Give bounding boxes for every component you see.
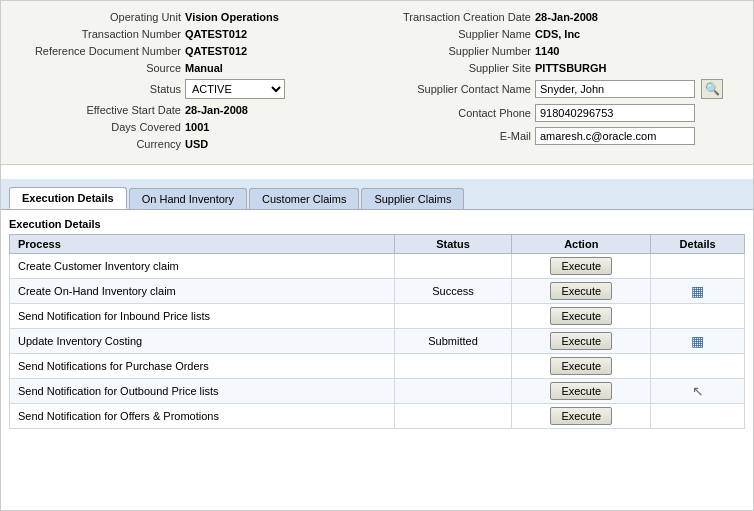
action-cell: Execute (512, 279, 651, 304)
process-cell: Create Customer Inventory claim (10, 254, 395, 279)
table-header-row: Process Status Action Details (10, 235, 745, 254)
action-cell: Execute (512, 379, 651, 404)
table-row: Create Customer Inventory claimExecute (10, 254, 745, 279)
days-covered-row: Days Covered 1001 (21, 121, 341, 133)
status-dropdown-wrap: ACTIVE INACTIVE (185, 79, 285, 99)
effective-start-label: Effective Start Date (21, 104, 181, 116)
supplier-name-row: Supplier Name CDS, Inc (361, 28, 733, 40)
table-row: Send Notifications for Purchase OrdersEx… (10, 354, 745, 379)
source-value: Manual (185, 62, 223, 74)
status-cell (394, 354, 511, 379)
grid-icon[interactable]: ▦ (691, 283, 704, 299)
email-label: E-Mail (361, 130, 531, 142)
action-cell: Execute (512, 329, 651, 354)
tabs-area: Execution Details On Hand Inventory Cust… (1, 179, 753, 210)
status-cell (394, 404, 511, 429)
details-cell: ↖ (651, 379, 745, 404)
reference-doc-value: QATEST012 (185, 45, 247, 57)
status-cell (394, 379, 511, 404)
source-label: Source (21, 62, 181, 74)
execution-details-table: Process Status Action Details Create Cus… (9, 234, 745, 429)
transaction-creation-value: 28-Jan-2008 (535, 11, 598, 23)
execute-button[interactable]: Execute (550, 257, 612, 275)
contact-phone-label: Contact Phone (361, 107, 531, 119)
contact-phone-input[interactable] (535, 104, 695, 122)
supplier-site-row: Supplier Site PITTSBURGH (361, 62, 733, 74)
currency-value: USD (185, 138, 208, 150)
process-cell: Send Notification for Inbound Price list… (10, 304, 395, 329)
currency-label: Currency (21, 138, 181, 150)
operating-unit-value: Vision Operations (185, 11, 279, 23)
details-cell (651, 354, 745, 379)
main-container: Operating Unit Vision Operations Transac… (0, 0, 754, 511)
transaction-number-row: Transaction Number QATEST012 (21, 28, 341, 40)
execute-button[interactable]: Execute (550, 332, 612, 350)
transaction-creation-label: Transaction Creation Date (361, 11, 531, 23)
spacer (1, 165, 753, 179)
status-cell (394, 304, 511, 329)
status-cell: Submitted (394, 329, 511, 354)
reference-doc-row: Reference Document Number QATEST012 (21, 45, 341, 57)
details-cell (651, 304, 745, 329)
supplier-name-value: CDS, Inc (535, 28, 580, 40)
tab-customer-claims[interactable]: Customer Claims (249, 188, 359, 209)
header-area: Operating Unit Vision Operations Transac… (1, 1, 753, 165)
tab-supplier-claims[interactable]: Supplier Claims (361, 188, 464, 209)
email-input[interactable] (535, 127, 695, 145)
execute-button[interactable]: Execute (550, 407, 612, 425)
process-cell: Update Inventory Costing (10, 329, 395, 354)
process-cell: Send Notification for Outbound Price lis… (10, 379, 395, 404)
action-cell: Execute (512, 404, 651, 429)
supplier-contact-row: Supplier Contact Name 🔍 (361, 79, 733, 99)
transaction-number-value: QATEST012 (185, 28, 247, 40)
supplier-site-label: Supplier Site (361, 62, 531, 74)
table-row: Create On-Hand Inventory claimSuccessExe… (10, 279, 745, 304)
tab-execution-details[interactable]: Execution Details (9, 187, 127, 209)
supplier-contact-input[interactable] (535, 80, 695, 98)
source-row: Source Manual (21, 62, 341, 74)
details-cell: ▦ (651, 279, 745, 304)
supplier-site-value: PITTSBURGH (535, 62, 607, 74)
execute-button[interactable]: Execute (550, 382, 612, 400)
process-cell: Send Notifications for Purchase Orders (10, 354, 395, 379)
contact-phone-row: Contact Phone (361, 104, 733, 122)
status-select[interactable]: ACTIVE INACTIVE (185, 79, 285, 99)
action-cell: Execute (512, 254, 651, 279)
details-cell (651, 404, 745, 429)
table-row: Send Notification for Offers & Promotion… (10, 404, 745, 429)
col-header-process: Process (10, 235, 395, 254)
status-label: Status (21, 83, 181, 95)
supplier-number-value: 1140 (535, 45, 559, 57)
content-area: Execution Details Process Status Action … (1, 210, 753, 437)
grid-icon[interactable]: ▦ (691, 333, 704, 349)
effective-start-value: 28-Jan-2008 (185, 104, 248, 116)
email-row: E-Mail (361, 127, 733, 145)
operating-unit-row: Operating Unit Vision Operations (21, 11, 341, 23)
execute-button[interactable]: Execute (550, 282, 612, 300)
effective-start-row: Effective Start Date 28-Jan-2008 (21, 104, 341, 116)
header-right: Transaction Creation Date 28-Jan-2008 Su… (361, 11, 733, 150)
action-cell: Execute (512, 354, 651, 379)
col-header-details: Details (651, 235, 745, 254)
details-cell: ▦ (651, 329, 745, 354)
header-left: Operating Unit Vision Operations Transac… (21, 11, 341, 150)
operating-unit-label: Operating Unit (21, 11, 181, 23)
tab-on-hand-inventory[interactable]: On Hand Inventory (129, 188, 247, 209)
transaction-creation-row: Transaction Creation Date 28-Jan-2008 (361, 11, 733, 23)
supplier-number-label: Supplier Number (361, 45, 531, 57)
process-cell: Create On-Hand Inventory claim (10, 279, 395, 304)
execute-button[interactable]: Execute (550, 307, 612, 325)
days-covered-value: 1001 (185, 121, 209, 133)
transaction-number-label: Transaction Number (21, 28, 181, 40)
search-icon: 🔍 (705, 82, 720, 96)
status-cell: Success (394, 279, 511, 304)
status-row: Status ACTIVE INACTIVE (21, 79, 341, 99)
action-cell: Execute (512, 304, 651, 329)
execute-button[interactable]: Execute (550, 357, 612, 375)
table-row: Update Inventory CostingSubmittedExecute… (10, 329, 745, 354)
supplier-contact-search-button[interactable]: 🔍 (701, 79, 723, 99)
supplier-contact-label: Supplier Contact Name (361, 83, 531, 95)
supplier-number-row: Supplier Number 1140 (361, 45, 733, 57)
table-row: Send Notification for Inbound Price list… (10, 304, 745, 329)
currency-row: Currency USD (21, 138, 341, 150)
